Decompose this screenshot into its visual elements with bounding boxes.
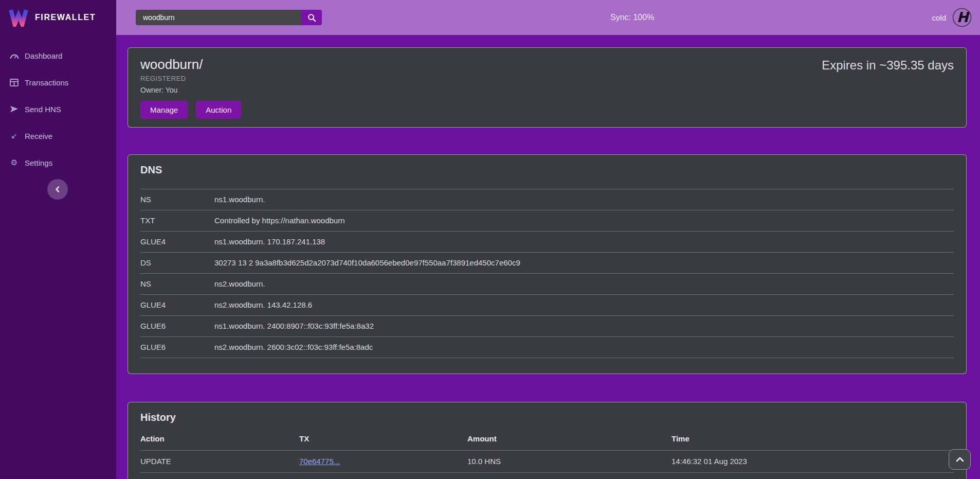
domain-actions: Manage Auction xyxy=(140,101,241,119)
sidebar-item-settings[interactable]: ⚙ Settings xyxy=(0,149,116,176)
dns-record-value: 30273 13 2 9a3a8fb3d625d2a2073d740f10da6… xyxy=(214,258,520,268)
dns-record-value: ns2.woodburn. xyxy=(214,279,265,289)
dns-record-value: Controlled by https://nathan.woodburn xyxy=(214,216,345,226)
dns-record-value: ns2.woodburn. 143.42.128.6 xyxy=(214,300,312,310)
main-area: Sync: 100% cold H woodburn/ REGISTERED O… xyxy=(116,0,980,479)
dns-record-value: ns2.woodburn. 2600:3c02::f03c:93ff:fe5a:… xyxy=(214,342,373,352)
column-header-amount: Amount xyxy=(467,434,672,443)
domain-info: woodburn/ REGISTERED Owner: You Manage A… xyxy=(140,56,241,119)
sidebar-item-dashboard[interactable]: Dashboard xyxy=(0,42,116,69)
chevron-left-icon xyxy=(54,186,61,193)
svg-text:H: H xyxy=(957,9,970,25)
dns-title: DNS xyxy=(140,162,954,178)
expires-label: Expires in ~395.35 days xyxy=(822,56,954,119)
domain-owner-label: Owner: You xyxy=(140,86,241,94)
wallet-name: cold xyxy=(932,13,946,22)
sidebar-item-transactions[interactable]: Transactions xyxy=(0,69,116,96)
search-input[interactable] xyxy=(136,10,301,25)
sidebar-item-send-hns[interactable]: Send HNS xyxy=(0,96,116,122)
dns-record-row: GLUE4 ns2.woodburn. 143.42.128.6 xyxy=(140,294,954,315)
brand-header: FIREWALLET xyxy=(0,0,116,35)
dns-record-value: ns1.woodburn. 170.187.241.138 xyxy=(214,237,325,247)
sync-status: Sync: 100% xyxy=(610,13,654,22)
table-icon xyxy=(9,79,19,86)
firewallet-logo-icon xyxy=(8,8,29,27)
dns-record-type: GLUE4 xyxy=(140,300,214,310)
dns-record-type: NS xyxy=(140,194,214,205)
dns-record-row: DS 30273 13 2 9a3a8fb3d625d2a2073d740f10… xyxy=(140,252,954,273)
dns-record-row: GLUE6 ns2.woodburn. 2600:3c02::f03c:93ff… xyxy=(140,336,954,358)
history-title: History xyxy=(140,410,954,425)
search-button[interactable] xyxy=(301,10,322,25)
history-action: UPDATE xyxy=(140,456,299,467)
hns-logo-icon: H xyxy=(952,8,972,27)
dns-record-type: GLUE6 xyxy=(140,342,214,352)
dns-record-type: GLUE4 xyxy=(140,237,214,247)
search-box xyxy=(136,10,322,25)
tx-link[interactable]: 70e64775... xyxy=(299,457,340,466)
column-header-tx: TX xyxy=(299,434,467,443)
sidebar-item-label: Dashboard xyxy=(25,51,62,60)
sidebar: FIREWALLET Dashboard Transactions Send H… xyxy=(0,0,116,479)
topbar: Sync: 100% cold H xyxy=(116,0,980,35)
column-header-action: Action xyxy=(140,434,299,443)
send-icon xyxy=(9,105,19,113)
dns-table: NS ns1.woodburn. TXT Controlled by https… xyxy=(140,189,954,358)
dns-record-row: GLUE6 ns1.woodburn. 2400:8907::f03c:93ff… xyxy=(140,315,954,336)
sidebar-nav: Dashboard Transactions Send HNS ↙ Receiv… xyxy=(0,35,116,176)
app-window: FIREWALLET Dashboard Transactions Send H… xyxy=(0,0,980,479)
sidebar-item-label: Settings xyxy=(25,158,52,167)
gear-icon: ⚙ xyxy=(9,158,19,167)
dns-record-type: GLUE6 xyxy=(140,321,214,331)
auction-button[interactable]: Auction xyxy=(196,101,241,119)
sidebar-item-label: Receive xyxy=(25,132,52,140)
dns-record-row: GLUE4 ns1.woodburn. 170.187.241.138 xyxy=(140,231,954,252)
sidebar-item-receive[interactable]: ↙ Receive xyxy=(0,122,116,149)
sidebar-collapse-button[interactable] xyxy=(47,179,68,200)
brand-name: FIREWALLET xyxy=(35,13,96,22)
dns-record-type: DS xyxy=(140,258,214,268)
history-row: UPDATE 70e64775... 10.0 HNS 14:46:32 01 … xyxy=(140,450,954,472)
page-content: woodburn/ REGISTERED Owner: You Manage A… xyxy=(116,35,980,479)
dns-record-row: NS ns2.woodburn. xyxy=(140,273,954,294)
dns-record-row: NS ns1.woodburn. xyxy=(140,189,954,210)
dns-record-type: TXT xyxy=(140,216,214,226)
history-amount: 10.0 HNS xyxy=(467,456,672,467)
domain-card: woodburn/ REGISTERED Owner: You Manage A… xyxy=(128,47,967,128)
history-card: History Action TX Amount Time UPDATE 70e… xyxy=(128,402,967,479)
history-row: RENEW d73c5e12... 10.0 HNS 15:47:36 05 F… xyxy=(140,472,954,479)
dashboard-icon xyxy=(9,52,19,60)
manage-button[interactable]: Manage xyxy=(140,101,188,119)
dns-card: DNS NS ns1.woodburn. TXT Controlled by h… xyxy=(128,154,967,374)
domain-name-title: woodburn/ xyxy=(140,56,241,73)
sidebar-item-label: Transactions xyxy=(25,78,68,87)
domain-status-badge: REGISTERED xyxy=(140,75,241,82)
wallet-switcher[interactable]: cold H xyxy=(932,8,972,27)
chevron-up-icon xyxy=(956,457,964,462)
history-time: 14:46:32 01 Aug 2023 xyxy=(672,456,954,467)
dns-record-type: NS xyxy=(140,279,214,289)
column-header-time: Time xyxy=(672,434,954,443)
receive-arrow-icon: ↙ xyxy=(9,131,19,140)
dns-record-value: ns1.woodburn. xyxy=(214,194,265,205)
dns-record-row: TXT Controlled by https://nathan.woodbur… xyxy=(140,210,954,231)
sidebar-item-label: Send HNS xyxy=(25,105,61,114)
search-icon xyxy=(307,13,316,22)
history-table-body: UPDATE 70e64775... 10.0 HNS 14:46:32 01 … xyxy=(140,450,954,479)
dns-record-value: ns1.woodburn. 2400:8907::f03c:93ff:fe5a:… xyxy=(214,321,374,331)
scroll-to-top-button[interactable] xyxy=(949,449,971,470)
history-header-row: Action TX Amount Time xyxy=(140,428,954,450)
